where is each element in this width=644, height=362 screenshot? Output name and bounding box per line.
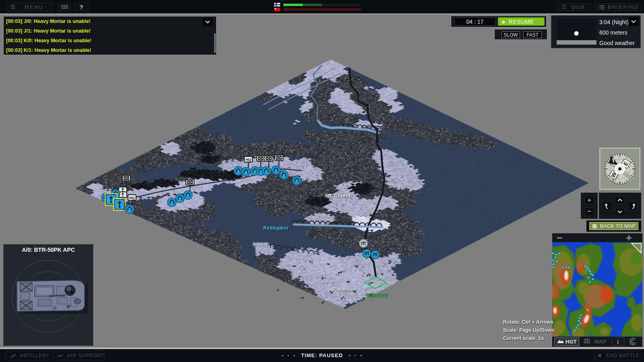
svg-text:HQ: HQ — [246, 158, 251, 162]
svg-text:HQ: HQ — [129, 196, 135, 200]
